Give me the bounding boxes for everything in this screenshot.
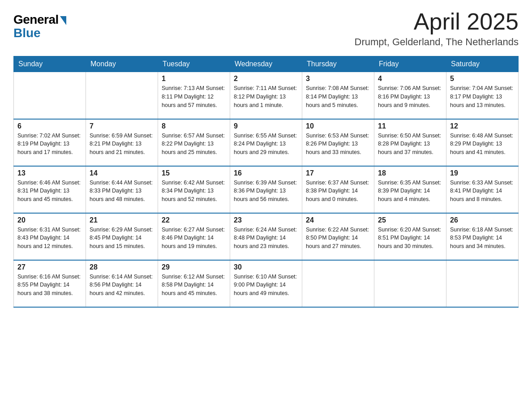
title-area: April 2025 Drumpt, Gelderland, The Nethe… [355, 9, 519, 48]
calendar-week-row: 13Sunrise: 6:46 AM Sunset: 8:31 PM Dayli… [14, 166, 519, 213]
day-info: Sunrise: 6:55 AM Sunset: 8:24 PM Dayligh… [234, 132, 298, 157]
day-info: Sunrise: 7:06 AM Sunset: 8:16 PM Dayligh… [378, 84, 442, 109]
day-info: Sunrise: 6:27 AM Sunset: 8:46 PM Dayligh… [162, 226, 226, 251]
day-info: Sunrise: 7:08 AM Sunset: 8:14 PM Dayligh… [306, 84, 370, 109]
calendar-cell: 3Sunrise: 7:08 AM Sunset: 8:14 PM Daylig… [302, 72, 374, 119]
calendar-cell: 23Sunrise: 6:24 AM Sunset: 8:48 PM Dayli… [230, 213, 302, 260]
calendar-cell [86, 72, 158, 119]
weekday-header-thursday: Thursday [302, 56, 374, 72]
calendar-cell: 29Sunrise: 6:12 AM Sunset: 8:58 PM Dayli… [158, 260, 230, 307]
day-info: Sunrise: 6:46 AM Sunset: 8:31 PM Dayligh… [17, 179, 82, 204]
day-number: 20 [17, 216, 82, 224]
day-number: 9 [234, 122, 298, 130]
calendar-table: SundayMondayTuesdayWednesdayThursdayFrid… [13, 56, 519, 308]
calendar-cell: 7Sunrise: 6:59 AM Sunset: 8:21 PM Daylig… [86, 119, 158, 166]
day-info: Sunrise: 7:11 AM Sunset: 8:12 PM Dayligh… [234, 84, 298, 109]
logo-arrow-icon [60, 16, 66, 25]
calendar-cell: 4Sunrise: 7:06 AM Sunset: 8:16 PM Daylig… [374, 72, 446, 119]
day-info: Sunrise: 6:18 AM Sunset: 8:53 PM Dayligh… [450, 226, 515, 251]
calendar-cell: 27Sunrise: 6:16 AM Sunset: 8:55 PM Dayli… [14, 260, 86, 307]
calendar-week-row: 6Sunrise: 7:02 AM Sunset: 8:19 PM Daylig… [14, 119, 519, 166]
day-info: Sunrise: 6:35 AM Sunset: 8:39 PM Dayligh… [378, 179, 442, 204]
day-number: 19 [450, 169, 515, 177]
calendar-cell [446, 260, 519, 307]
calendar-cell: 6Sunrise: 7:02 AM Sunset: 8:19 PM Daylig… [14, 119, 86, 166]
day-info: Sunrise: 6:50 AM Sunset: 8:28 PM Dayligh… [378, 132, 442, 157]
day-number: 28 [90, 263, 154, 271]
calendar-cell: 28Sunrise: 6:14 AM Sunset: 8:56 PM Dayli… [86, 260, 158, 307]
page-header: General Blue April 2025 Drumpt, Gelderla… [13, 9, 519, 48]
day-number: 8 [162, 122, 226, 130]
calendar-week-row: 27Sunrise: 6:16 AM Sunset: 8:55 PM Dayli… [14, 260, 519, 307]
day-number: 30 [234, 263, 298, 271]
day-number: 10 [306, 122, 370, 130]
day-number: 7 [90, 122, 154, 130]
day-number: 13 [17, 169, 82, 177]
day-number: 11 [378, 122, 442, 130]
day-info: Sunrise: 6:39 AM Sunset: 8:36 PM Dayligh… [234, 179, 298, 204]
day-number: 4 [378, 75, 442, 83]
day-number: 6 [17, 122, 82, 130]
day-number: 12 [450, 122, 515, 130]
calendar-cell: 11Sunrise: 6:50 AM Sunset: 8:28 PM Dayli… [374, 119, 446, 166]
calendar-cell [14, 72, 86, 119]
month-title: April 2025 [355, 9, 519, 34]
calendar-cell: 5Sunrise: 7:04 AM Sunset: 8:17 PM Daylig… [446, 72, 519, 119]
day-number: 5 [450, 75, 515, 83]
day-info: Sunrise: 6:48 AM Sunset: 8:29 PM Dayligh… [450, 132, 515, 157]
calendar-cell [374, 260, 446, 307]
day-number: 29 [162, 263, 226, 271]
weekday-header-saturday: Saturday [446, 56, 519, 72]
day-info: Sunrise: 6:12 AM Sunset: 8:58 PM Dayligh… [162, 273, 226, 298]
day-info: Sunrise: 6:57 AM Sunset: 8:22 PM Dayligh… [162, 132, 226, 157]
day-info: Sunrise: 6:10 AM Sunset: 9:00 PM Dayligh… [234, 273, 298, 298]
calendar-cell: 18Sunrise: 6:35 AM Sunset: 8:39 PM Dayli… [374, 166, 446, 213]
calendar-cell: 12Sunrise: 6:48 AM Sunset: 8:29 PM Dayli… [446, 119, 519, 166]
day-number: 15 [162, 169, 226, 177]
day-number: 17 [306, 169, 370, 177]
logo: General Blue [13, 9, 66, 40]
day-info: Sunrise: 7:04 AM Sunset: 8:17 PM Dayligh… [450, 84, 515, 109]
day-number: 25 [378, 216, 442, 224]
calendar-cell: 24Sunrise: 6:22 AM Sunset: 8:50 PM Dayli… [302, 213, 374, 260]
day-info: Sunrise: 6:14 AM Sunset: 8:56 PM Dayligh… [90, 273, 154, 298]
calendar-cell: 17Sunrise: 6:37 AM Sunset: 8:38 PM Dayli… [302, 166, 374, 213]
location-title: Drumpt, Gelderland, The Netherlands [355, 36, 519, 48]
calendar-cell: 21Sunrise: 6:29 AM Sunset: 8:45 PM Dayli… [86, 213, 158, 260]
calendar-cell: 15Sunrise: 6:42 AM Sunset: 8:34 PM Dayli… [158, 166, 230, 213]
day-number: 2 [234, 75, 298, 83]
day-number: 3 [306, 75, 370, 83]
calendar-cell: 22Sunrise: 6:27 AM Sunset: 8:46 PM Dayli… [158, 213, 230, 260]
day-info: Sunrise: 6:33 AM Sunset: 8:41 PM Dayligh… [450, 179, 515, 204]
day-number: 1 [162, 75, 226, 83]
day-info: Sunrise: 6:44 AM Sunset: 8:33 PM Dayligh… [90, 179, 154, 204]
calendar-cell: 14Sunrise: 6:44 AM Sunset: 8:33 PM Dayli… [86, 166, 158, 213]
weekday-header-tuesday: Tuesday [158, 56, 230, 72]
weekday-header-row: SundayMondayTuesdayWednesdayThursdayFrid… [14, 56, 519, 72]
weekday-header-friday: Friday [374, 56, 446, 72]
calendar-cell: 8Sunrise: 6:57 AM Sunset: 8:22 PM Daylig… [158, 119, 230, 166]
day-info: Sunrise: 6:53 AM Sunset: 8:26 PM Dayligh… [306, 132, 370, 157]
calendar-cell: 26Sunrise: 6:18 AM Sunset: 8:53 PM Dayli… [446, 213, 519, 260]
day-number: 22 [162, 216, 226, 224]
day-info: Sunrise: 6:37 AM Sunset: 8:38 PM Dayligh… [306, 179, 370, 204]
calendar-cell: 30Sunrise: 6:10 AM Sunset: 9:00 PM Dayli… [230, 260, 302, 307]
day-info: Sunrise: 6:24 AM Sunset: 8:48 PM Dayligh… [234, 226, 298, 251]
calendar-cell: 16Sunrise: 6:39 AM Sunset: 8:36 PM Dayli… [230, 166, 302, 213]
weekday-header-wednesday: Wednesday [230, 56, 302, 72]
day-info: Sunrise: 6:29 AM Sunset: 8:45 PM Dayligh… [90, 226, 154, 251]
logo-general-text: General [13, 13, 59, 27]
calendar-cell: 2Sunrise: 7:11 AM Sunset: 8:12 PM Daylig… [230, 72, 302, 119]
weekday-header-sunday: Sunday [14, 56, 86, 72]
logo-blue-text: Blue [13, 26, 41, 40]
day-info: Sunrise: 7:13 AM Sunset: 8:11 PM Dayligh… [162, 84, 226, 109]
weekday-header-monday: Monday [86, 56, 158, 72]
calendar-cell: 1Sunrise: 7:13 AM Sunset: 8:11 PM Daylig… [158, 72, 230, 119]
day-info: Sunrise: 6:59 AM Sunset: 8:21 PM Dayligh… [90, 132, 154, 157]
day-number: 26 [450, 216, 515, 224]
calendar-week-row: 1Sunrise: 7:13 AM Sunset: 8:11 PM Daylig… [14, 72, 519, 119]
day-info: Sunrise: 6:20 AM Sunset: 8:51 PM Dayligh… [378, 226, 442, 251]
day-info: Sunrise: 6:42 AM Sunset: 8:34 PM Dayligh… [162, 179, 226, 204]
day-number: 21 [90, 216, 154, 224]
day-number: 18 [378, 169, 442, 177]
